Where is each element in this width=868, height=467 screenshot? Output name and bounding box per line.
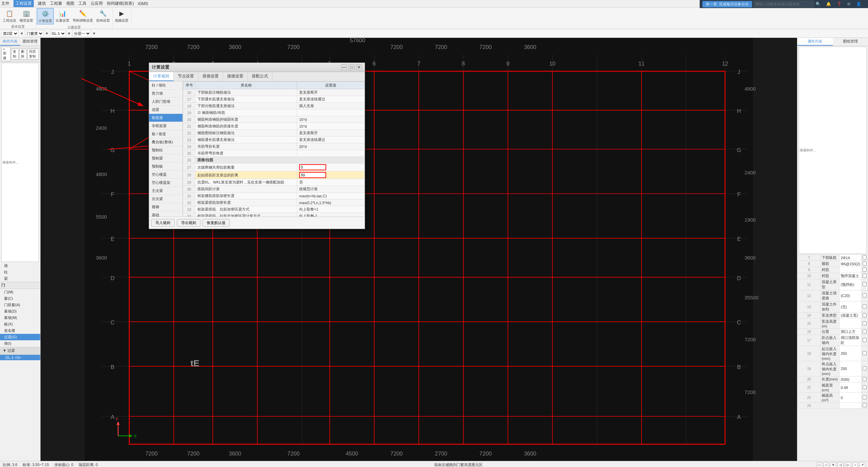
project-info-button[interactable]: 📋 工程信息	[1, 8, 18, 24]
prop-value[interactable]: (C20)	[840, 290, 862, 301]
prop-value[interactable]: 250	[840, 346, 862, 361]
layer-copy-btn[interactable]: 同层复制	[27, 49, 39, 59]
nav-lintel-g[interactable]: 过梁(G)	[0, 334, 40, 340]
dialog-cat-col-wall[interactable]: 柱 / 墙柱	[149, 81, 183, 90]
dialog-cat-foundation[interactable]: 基础	[149, 211, 183, 217]
prop-value[interactable]: 洞口上方	[840, 329, 862, 335]
tool-btn-next[interactable]: ▷	[845, 462, 851, 467]
menu-file[interactable]: 文件	[1, 1, 9, 6]
output-settings-button[interactable]: 🔧 筋钩设置	[95, 8, 111, 24]
nav-section-doors[interactable]: 门	[0, 282, 40, 289]
prop-checkbox[interactable]	[862, 255, 868, 261]
calc-settings-dialog[interactable]: 计算设置 — □ ✕ 计算规则 节点设置 搭接设置 接接设置 搭配公式 柱 / …	[149, 63, 365, 229]
dialog-cat-main-beam[interactable]: 主次梁	[149, 187, 183, 195]
prop-checkbox[interactable]	[862, 383, 868, 393]
property-search[interactable]	[799, 47, 867, 254]
video-btn[interactable]: ▶ 视频设置	[114, 8, 130, 24]
prop-checkbox[interactable]	[862, 335, 868, 346]
tab-component-list[interactable]: 构件列表	[0, 38, 20, 46]
prop-value[interactable]: 预拌混凝土	[840, 273, 862, 279]
prop-value[interactable]: (500)	[840, 376, 862, 383]
tree-item-gl1[interactable]: GL-1 <0>	[0, 355, 40, 360]
dialog-title-bar[interactable]: 计算设置 — □ ✕	[149, 63, 365, 72]
nav-floor-x[interactable]: 板(X)	[0, 321, 40, 327]
tool-btn-x[interactable]: ✕	[830, 462, 836, 467]
nav-columns[interactable]: 柱	[0, 269, 40, 275]
delete-component-btn[interactable]: 删除	[19, 49, 27, 59]
notification-icon[interactable]: 🔔	[826, 2, 831, 6]
dialog-cat-sub-beam[interactable]: 次次梁	[149, 195, 183, 203]
dialog-tab-formula[interactable]: 搭配公式	[248, 72, 272, 81]
export-rules-btn[interactable]: 导出规则	[177, 219, 200, 227]
dialog-tab-connect[interactable]: 接接设置	[223, 72, 248, 81]
prop-value[interactable]: 2Φ14	[840, 255, 862, 261]
search-input[interactable]	[753, 1, 814, 7]
dialog-tab-rules[interactable]: 计算规则	[149, 72, 174, 81]
dialog-cat-hollow-floor-col[interactable]: 空心楼盖架	[149, 179, 183, 187]
daily-task-button[interactable]: 第一章: 完成每日任务分任	[702, 1, 752, 7]
restore-defaults-btn[interactable]: 恢复默认值	[202, 219, 230, 227]
calc-settings-button[interactable]: ⚙️ 计算设置	[37, 8, 54, 24]
menu-cloud[interactable]: 云应用	[91, 1, 103, 6]
nav-window-c[interactable]: 窗(C)	[0, 295, 40, 302]
search-icon[interactable]: 🔍	[816, 2, 821, 6]
prop-checkbox[interactable]	[862, 346, 868, 361]
dialog-cat-score-slab[interactable]: 叠合板(整体)	[149, 138, 183, 146]
dialog-cat-prestress-slab[interactable]: 预制板	[149, 163, 183, 171]
prop-value[interactable]: 0.48	[840, 383, 862, 393]
dialog-cat-prestress-col[interactable]: 预制柱	[149, 146, 183, 154]
prop-checkbox[interactable]	[862, 301, 868, 313]
prop-value[interactable]: (混凝土泵)	[840, 313, 862, 319]
tab-drawing-mgmt[interactable]: 图纸管理	[20, 38, 41, 46]
help-icon[interactable]: ❓	[837, 2, 842, 6]
dialog-cat-plate-channel[interactable]: 板 / 坡道	[149, 130, 183, 138]
dialog-cat-shear-wall[interactable]: 剪力墙	[149, 90, 183, 98]
prop-value[interactable]: (无)	[840, 301, 862, 313]
new-component-btn[interactable]: + 新建	[1, 47, 10, 61]
prop-value[interactable]: 洞口顶部加距	[840, 335, 862, 346]
user-icon[interactable]: 👤	[856, 2, 861, 6]
prop-checkbox[interactable]	[862, 329, 868, 335]
prop-checkbox[interactable]	[862, 261, 868, 267]
row-value[interactable]	[297, 164, 365, 171]
dialog-maximize[interactable]: □	[348, 64, 355, 70]
prop-checkbox[interactable]	[862, 403, 868, 409]
nav-door-m[interactable]: 门(M)	[0, 289, 40, 295]
prop-checkbox[interactable]	[862, 273, 868, 279]
tab-drawings[interactable]: 图纸管理	[833, 38, 868, 46]
dialog-cat-stairs[interactable]: 楼梯	[149, 203, 183, 211]
view-name-select[interactable]: GL-1	[50, 30, 66, 37]
tab-properties[interactable]: 属性列表	[797, 38, 833, 46]
prop-checkbox[interactable]	[862, 313, 868, 319]
dialog-cat-frame-beam[interactable]: 连梁	[149, 106, 183, 114]
row-value[interactable]	[297, 171, 365, 179]
menu-igms[interactable]: iGMS	[138, 1, 148, 6]
component-search[interactable]	[1, 63, 39, 262]
menu-view[interactable]: 视图	[66, 1, 74, 6]
dialog-tab-nodes[interactable]: 节点设置	[174, 72, 198, 81]
nav-door-window-a[interactable]: 门联窗(A)	[0, 302, 40, 308]
menu-quantity[interactable]: 工程量	[50, 1, 62, 6]
prop-checkbox[interactable]	[862, 319, 868, 329]
menu-tools[interactable]: 工具	[78, 1, 87, 6]
tool-btn-2[interactable]: □	[823, 462, 829, 467]
tool-btn-prev[interactable]: ◁	[838, 462, 844, 467]
nav-curtain-m[interactable]: 幕墙(M)	[0, 315, 40, 321]
prop-value[interactable]: 0	[840, 393, 862, 403]
prop-checkbox[interactable]	[862, 267, 868, 273]
prop-checkbox[interactable]	[862, 393, 868, 403]
import-rules-btn[interactable]: 导入规则	[151, 219, 175, 227]
copy-component-btn[interactable]: 复制	[11, 49, 19, 59]
nav-curtain-d[interactable]: 幕墙(D)	[0, 308, 40, 315]
dialog-cat-prestress-beam[interactable]: 预制梁	[149, 154, 183, 163]
menu-engineering[interactable]: 工程设置	[14, 0, 34, 7]
nav-stairs[interactable]: 老名楼	[0, 327, 40, 334]
tool-btn-arrow[interactable]: ↗	[859, 462, 865, 467]
prop-value[interactable]	[840, 319, 862, 329]
settings-icon[interactable]: ⚙	[847, 2, 851, 6]
split-select[interactable]: 分层一	[72, 30, 91, 37]
tool-btn-1[interactable]: □	[817, 462, 822, 467]
prop-checkbox[interactable]	[862, 279, 868, 290]
dialog-tab-overlap[interactable]: 搭接设置	[198, 72, 223, 81]
nav-walls[interactable]: 墙	[0, 263, 40, 269]
